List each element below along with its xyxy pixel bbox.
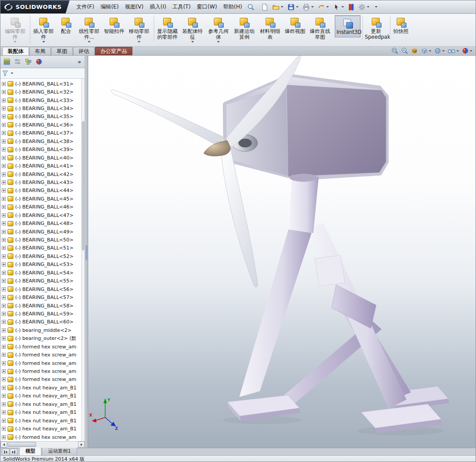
tree-item[interactable]: (-) BEARING_BALL<41> <box>0 162 85 170</box>
expand-icon[interactable] <box>2 147 6 151</box>
tree-item[interactable]: (-) BEARING_BALL<51> <box>0 244 85 252</box>
expand-icon[interactable] <box>2 361 6 365</box>
expand-icon[interactable] <box>2 336 6 340</box>
expand-icon[interactable] <box>2 304 6 308</box>
tree-item[interactable]: (-) BEARING_BALL<46> <box>0 203 85 211</box>
command-tab[interactable]: 布局 <box>29 47 51 55</box>
tree-item[interactable]: (-) BEARING_BALL<58> <box>0 302 85 310</box>
tree-item[interactable]: (-) formed hex screw_am <box>0 351 85 359</box>
expand-icon[interactable] <box>2 394 6 398</box>
ribbon-button[interactable]: 显示隐藏的零部件 <box>154 15 180 41</box>
menu-item[interactable]: 插入(I) <box>147 0 169 13</box>
expand-icon[interactable] <box>2 295 6 299</box>
displaymanager-tab[interactable] <box>35 57 43 67</box>
tree-item[interactable]: (-) BEARING_BALL<52> <box>0 252 85 260</box>
tree-item[interactable]: (-) BEARING_BALL<60> <box>0 318 85 326</box>
dropdown-caret-icon[interactable] <box>11 73 13 74</box>
tree-item[interactable]: (-) BEARING_BALL<57> <box>0 293 85 301</box>
expand-icon[interactable] <box>2 345 6 349</box>
expand-icon[interactable] <box>2 369 6 373</box>
expand-icon[interactable] <box>2 188 6 192</box>
ribbon-button[interactable]: 材料明细表 <box>257 15 283 41</box>
scrollbar-track[interactable] <box>7 442 78 448</box>
ribbon-button[interactable]: 装配体特征 <box>180 15 205 44</box>
expand-icon[interactable] <box>2 386 6 390</box>
view-orientation-icon[interactable] <box>420 47 432 55</box>
expand-panel-icon[interactable] <box>76 59 82 65</box>
expand-icon[interactable] <box>2 180 6 184</box>
ribbon-button[interactable]: 插入零部件 <box>30 15 56 44</box>
tree-item[interactable]: (-) hex nut heavy_am_B1 <box>0 425 85 433</box>
expand-icon[interactable] <box>2 320 6 324</box>
expand-icon[interactable] <box>2 328 6 332</box>
options-button[interactable] <box>357 2 371 12</box>
tree-item[interactable]: (-) hex nut heavy_am_B1 <box>0 409 85 417</box>
menu-item[interactable]: 文件(F) <box>73 0 97 13</box>
expand-icon[interactable] <box>2 402 6 406</box>
tree-item[interactable]: (-) BEARING_BALL<43> <box>0 178 85 186</box>
expand-icon[interactable] <box>2 156 6 160</box>
tree-item[interactable]: (-) BEARING_BALL<48> <box>0 219 85 227</box>
propertymanager-tab[interactable] <box>13 57 22 67</box>
expand-icon[interactable] <box>2 197 6 201</box>
hide-show-items-icon[interactable] <box>447 47 460 55</box>
expand-icon[interactable] <box>2 172 6 176</box>
ribbon-button[interactable]: 更新 Speedpak <box>362 15 388 41</box>
expand-icon[interactable] <box>2 114 6 119</box>
tree-item[interactable]: (-) formed hex screw_am <box>0 376 85 384</box>
tree-item[interactable]: (-) BEARING_BALL<49> <box>0 228 85 236</box>
tree-item[interactable]: (-) BEARING_BALL<37> <box>0 129 85 137</box>
expand-icon[interactable] <box>2 82 6 86</box>
expand-icon[interactable] <box>2 427 6 431</box>
expand-icon[interactable] <box>2 205 6 209</box>
command-tab[interactable]: 评估 <box>73 47 94 55</box>
tree-item[interactable]: (-) BEARING_BALL<31> <box>0 80 85 88</box>
panel-splitter[interactable] <box>85 56 88 448</box>
tree-item[interactable]: (-) BEARING_BALL<35> <box>0 113 85 121</box>
ribbon-button[interactable]: 编辑零部件 <box>2 15 28 44</box>
expand-icon[interactable] <box>2 287 6 291</box>
zoom-area-icon[interactable] <box>400 47 409 55</box>
tree-horizontal-scrollbar[interactable] <box>0 441 85 448</box>
tree-item[interactable]: (-) BEARING_BALL<32> <box>0 88 85 96</box>
ribbon-button[interactable]: 智能扣件 <box>102 15 126 35</box>
section-view-icon[interactable] <box>410 47 419 55</box>
ribbon-button[interactable]: 参考几何体 <box>205 15 231 44</box>
tree-item[interactable]: (-) formed hex screw_am <box>0 367 85 375</box>
featuremanager-tree-tab[interactable] <box>3 57 11 67</box>
expand-icon[interactable] <box>2 139 6 143</box>
menu-item[interactable]: 帮助(H) <box>220 0 245 13</box>
ribbon-button[interactable]: 爆炸直线草图 <box>307 15 333 41</box>
tree-item[interactable]: (-) hex nut heavy_am_B1 <box>0 392 85 400</box>
tree-item[interactable]: (-) hex nut heavy_am_B1 <box>0 417 85 425</box>
expand-icon[interactable] <box>2 90 6 94</box>
ribbon-button[interactable]: 爆炸视图 <box>283 15 307 35</box>
tab-scroll-first-button[interactable] <box>2 449 9 455</box>
expand-icon[interactable] <box>2 377 6 381</box>
filter-funnel-icon[interactable] <box>2 70 8 76</box>
scrollbar-thumb[interactable] <box>82 121 84 250</box>
ribbon-button[interactable]: 拍快照 <box>390 15 410 35</box>
tree-item[interactable]: (-) bearing_middle<2> <box>0 326 85 334</box>
ribbon-button[interactable]: 移动零部件 <box>126 15 152 44</box>
toolbar-options-button[interactable] <box>372 2 379 12</box>
expand-icon[interactable] <box>2 238 6 242</box>
tab-scroll-last-button[interactable] <box>10 449 17 455</box>
tree-item[interactable]: (-) BEARING_BALL<59> <box>0 310 85 318</box>
expand-icon[interactable] <box>2 279 6 283</box>
zoom-fit-icon[interactable] <box>390 47 399 55</box>
expand-icon[interactable] <box>2 230 6 234</box>
tree-item[interactable]: (-) BEARING_BALL<47> <box>0 211 85 219</box>
tree-item[interactable]: (-) BEARING_BALL<45> <box>0 195 85 203</box>
tree-item[interactable]: (-) BEARING_BALL<42> <box>0 170 85 178</box>
expand-icon[interactable] <box>2 131 6 135</box>
menu-item[interactable]: 工具(T) <box>169 0 194 13</box>
tree-item[interactable]: (-) BEARING_BALL<50> <box>0 236 85 244</box>
ribbon-button[interactable]: 线性零部件... <box>76 15 102 44</box>
expand-icon[interactable] <box>2 246 6 250</box>
expand-icon[interactable] <box>2 254 6 258</box>
expand-icon[interactable] <box>2 106 6 110</box>
ribbon-button[interactable]: Instant3D <box>335 15 361 37</box>
tree-item[interactable]: (-) formed hex screw_am <box>0 359 85 367</box>
scroll-right-button[interactable] <box>78 442 85 448</box>
